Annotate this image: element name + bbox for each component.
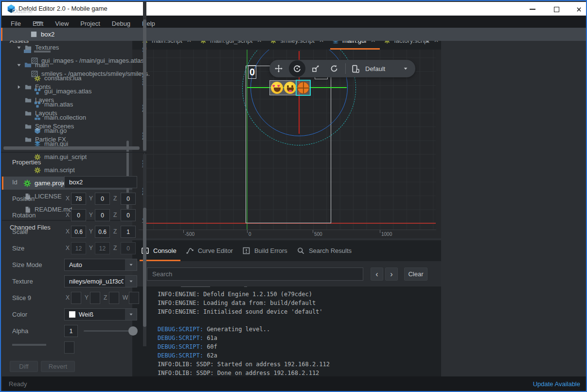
outline-item-layers[interactable]: Layers [1, 93, 147, 107]
search-next-button[interactable]: › [385, 267, 398, 281]
id-input[interactable]: box2 [64, 176, 137, 188]
clipped-console-line [181, 286, 210, 287]
scale-y-input[interactable]: 0.6 [95, 226, 110, 238]
position-z-input[interactable]: 0 [121, 193, 136, 205]
outline-header: Outline [12, 7, 32, 15]
outline-item-box2[interactable]: box2 [1, 28, 147, 41]
position-y-input[interactable]: 0 [95, 193, 110, 205]
move-tool-button[interactable] [269, 60, 288, 77]
tree-expand-icon[interactable] [17, 45, 21, 50]
clipped-outline-row [35, 21, 42, 23]
prop-label-slice9: Slice 9 [12, 294, 31, 302]
color-dropdown[interactable]: Weiß [64, 308, 137, 321]
toolbar-divider [345, 63, 346, 74]
console-output[interactable]: INFO:ENGINE: Defold Engine 1.2.150 (e79c… [132, 286, 441, 376]
size-x-input[interactable]: 12 [71, 242, 86, 254]
outline-item-spine-scenes[interactable]: Spine Scenes [1, 120, 147, 133]
revert-button[interactable]: Revert [41, 361, 75, 372]
console-search-input[interactable] [147, 267, 363, 281]
layout-chevron-icon[interactable] [403, 66, 409, 71]
rotation-y-input[interactable]: 0 [95, 209, 110, 221]
prop-label-texture: Texture [12, 278, 33, 285]
console-line: DEBUG:SCRIPT: 62a [158, 352, 217, 359]
outline-item-layouts[interactable]: Layouts [1, 107, 147, 120]
rotation-x-input[interactable]: 0 [71, 209, 86, 221]
scene-toolbar: Default [269, 60, 415, 77]
outline-item-gui-images[interactable]: gui_images - /main/gui_images.atlas [1, 54, 147, 67]
prop-label-rotation: Rotation [12, 212, 36, 219]
chevron-down-icon [128, 312, 134, 317]
update-available-link[interactable]: Update Available [533, 380, 580, 388]
folder-icon [25, 110, 32, 117]
clipped-property-label [12, 344, 46, 346]
prop-label-position: Position [12, 195, 35, 202]
diff-button[interactable]: Diff [10, 361, 38, 372]
selection-accent-bar [1, 28, 2, 41]
ruler-label: -500 [185, 232, 195, 237]
console-line: INFO:ENGINE: Initialised sound device 'd… [158, 308, 323, 315]
size-y-input[interactable]: 12 [95, 242, 110, 254]
alpha-slider-thumb[interactable] [128, 326, 138, 336]
size-mode-dropdown[interactable]: Auto [64, 259, 137, 271]
tab-search-results[interactable]: Search Results [294, 240, 358, 261]
reload-button[interactable] [325, 60, 343, 77]
chevron-down-icon [128, 279, 134, 284]
maximize-button[interactable] [549, 4, 564, 15]
slice9-x-input[interactable] [71, 292, 81, 304]
panel-divider [2, 220, 132, 221]
console-search-row: ‹ › Clear [132, 261, 441, 286]
prop-label-id: Id [12, 178, 18, 186]
tree-collapse-icon[interactable] [17, 85, 21, 89]
texture-icon [31, 57, 38, 64]
minimize-button[interactable] [525, 4, 540, 15]
curve-icon [186, 247, 194, 254]
position-x-input[interactable]: 78 [71, 193, 86, 205]
folder-icon [25, 97, 32, 104]
tab-curve-editor[interactable]: Curve Editor [183, 240, 240, 261]
properties-scrollbar[interactable] [143, 208, 146, 327]
scale-x-input[interactable]: 0.6 [71, 226, 86, 238]
outline-item-smileys[interactable]: smileys - /gameobjects/smiley/smileys. [1, 67, 147, 80]
prop-label-size-mode: Size Mode [12, 261, 42, 268]
console-line: INFO:DLIB: SSDP: Done on address 192.168… [158, 370, 319, 376]
device-layout-icon [348, 60, 362, 77]
console-tab-bar: Console Curve Editor Build Errors Search… [132, 240, 441, 261]
script-icon [34, 167, 41, 174]
outline-vertical-scrollbar[interactable] [143, 19, 146, 151]
tab-build-errors[interactable]: Build Errors [240, 240, 294, 261]
console-line: DEBUG:SCRIPT: 60f [158, 343, 217, 350]
slice9-w-input[interactable] [129, 292, 139, 304]
prop-label-scale: Scale [12, 228, 28, 235]
alpha-input[interactable]: 1 [64, 325, 78, 337]
console-line: DEBUG:SCRIPT: Generating level.. [158, 326, 270, 333]
rotate-tool-button[interactable] [289, 60, 305, 77]
scale-z-input[interactable]: 1 [121, 226, 136, 238]
outline-horizontal-scrollbar[interactable] [3, 146, 140, 150]
search-prev-button[interactable]: ‹ [371, 267, 383, 281]
slice9-y-input[interactable] [90, 292, 100, 304]
ruler-label: 1000 [381, 232, 392, 237]
panel-divider [1, 152, 147, 153]
texture-dropdown[interactable]: nileys/emoji_u1f3c0 [64, 275, 137, 287]
slice9-z-input[interactable] [109, 292, 119, 304]
close-button[interactable] [571, 4, 586, 15]
selection-accent-bar [2, 177, 3, 190]
console-line: INFO:DLIB: SSDP: Started on address 192.… [158, 361, 330, 368]
clear-button[interactable]: Clear [404, 267, 427, 281]
outline-item-fonts[interactable]: Fonts [1, 80, 147, 93]
project-icon [23, 179, 31, 187]
color-swatch [69, 311, 75, 318]
layout-select-value[interactable]: Default [365, 65, 385, 72]
outline-item-textures[interactable]: Textures [1, 41, 147, 54]
folder-icon [25, 84, 32, 90]
outline-item-particle-fx[interactable]: Particle FX [1, 133, 147, 146]
folder-icon [25, 44, 32, 51]
scale-tool-button[interactable] [306, 60, 325, 77]
prop-label-alpha: Alpha [12, 327, 28, 335]
search-icon [297, 247, 304, 254]
clipped-property-checkbox[interactable] [64, 341, 74, 346]
console-line: DEBUG:SCRIPT: 61a [158, 335, 217, 341]
rotation-z-input[interactable]: 0 [121, 209, 136, 221]
ruler-label: 0 [249, 232, 251, 237]
size-z-input[interactable]: 0 [121, 242, 136, 254]
